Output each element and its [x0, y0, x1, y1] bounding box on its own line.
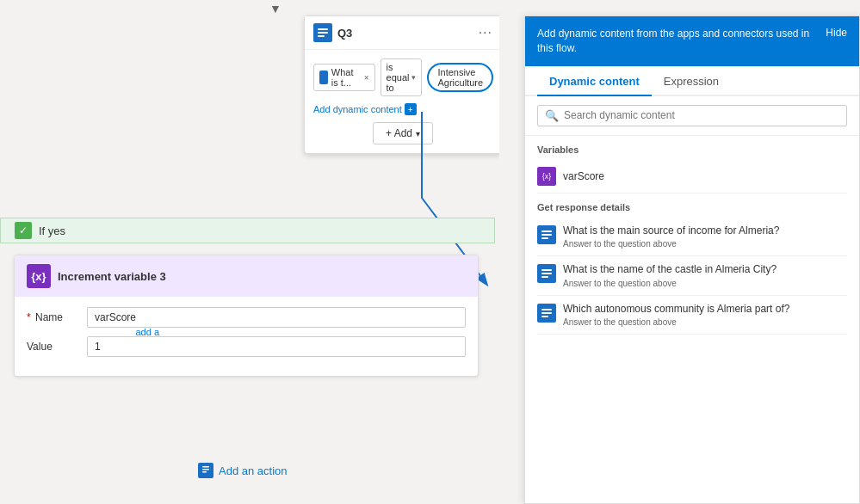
tab-expression[interactable]: Expression — [652, 66, 731, 95]
canvas-area: ▼ Q3 ··· What is t... — [0, 0, 499, 504]
q3-card-icon — [313, 23, 332, 42]
add-action-icon — [198, 463, 213, 478]
question-item-2-text: What is the name of the castle in Almeri… — [563, 263, 847, 288]
svg-rect-5 — [202, 469, 209, 470]
dynamic-content-panel: Add dynamic content from the apps and co… — [524, 15, 860, 504]
value-field-row: Value — [27, 336, 466, 357]
add-button-label: + Add — [386, 127, 412, 139]
operator-chevron-icon: ▾ — [411, 73, 416, 82]
chip-label: What is t... — [331, 67, 359, 88]
var-score-item[interactable]: {x} varScore — [537, 160, 847, 194]
q3-more-button[interactable]: ··· — [479, 25, 492, 40]
svg-rect-1 — [318, 32, 328, 34]
name-required-marker: * — [27, 311, 31, 323]
operator-label: is equal to — [387, 62, 410, 93]
increment-icon: {x} — [27, 264, 51, 288]
increment-title: Increment variable 3 — [58, 270, 166, 283]
question-item-1-subtitle: Answer to the question above — [563, 239, 847, 249]
svg-rect-7 — [541, 230, 552, 232]
condition-chip[interactable]: What is t... × — [313, 64, 375, 91]
question-item-2-title: What is the name of the castle in Almeri… — [563, 263, 847, 277]
question-item-1-text: What is the main source of income for Al… — [563, 224, 847, 249]
if-yes-check-icon: ✓ — [15, 222, 32, 239]
top-connector-arrow: ▼ — [267, 0, 284, 17]
increment-variable-card: {x} Increment variable 3 * Name Value — [14, 255, 479, 377]
q3-header-left: Q3 — [313, 23, 352, 42]
add-dynamic-plus-icon: + — [405, 103, 417, 115]
dynamic-panel-header: Add dynamic content from the apps and co… — [525, 16, 859, 66]
svg-rect-6 — [202, 471, 207, 473]
svg-rect-2 — [318, 35, 325, 37]
chip-icon — [319, 71, 328, 84]
var-score-icon: {x} — [537, 167, 556, 186]
get-response-section-label: Get response details — [537, 194, 847, 218]
q3-title: Q3 — [337, 27, 352, 40]
value-field-label: Value — [27, 341, 87, 353]
dynamic-tabs: Dynamic content Expression — [525, 66, 859, 96]
add-button[interactable]: + Add ▾ — [373, 122, 433, 144]
svg-rect-9 — [541, 237, 548, 239]
question-item-2-icon — [537, 264, 556, 283]
svg-rect-8 — [541, 234, 552, 236]
increment-header: {x} Increment variable 3 — [15, 255, 478, 297]
if-yes-block: ✓ If yes — [0, 218, 495, 243]
question-item-1-icon — [537, 225, 556, 244]
dynamic-panel-hide-button[interactable]: Hide — [826, 27, 847, 39]
add-dynamic-content-link[interactable]: Add dynamic content + — [313, 103, 492, 115]
svg-rect-15 — [541, 316, 548, 317]
svg-rect-0 — [318, 28, 328, 30]
svg-rect-14 — [541, 312, 552, 314]
question-item-3[interactable]: Which autonomous community is Almeria pa… — [537, 296, 847, 335]
name-field-input[interactable] — [87, 307, 466, 328]
value-field-input[interactable] — [87, 336, 466, 357]
name-field-row: * Name — [27, 307, 466, 328]
q3-body: What is t... × is equal to ▾ Intensive A… — [305, 50, 499, 153]
add-button-chevron-icon: ▾ — [416, 129, 420, 138]
question-item-3-subtitle: Answer to the question above — [563, 317, 847, 327]
dynamic-search-box: 🔍 — [537, 105, 847, 126]
variables-section-label: Variables — [537, 136, 847, 160]
add-action-label: Add an action — [219, 464, 288, 477]
search-icon: 🔍 — [545, 109, 559, 122]
question-item-2[interactable]: What is the name of the castle in Almeri… — [537, 256, 847, 296]
condition-value: Intensive Agriculture — [427, 63, 493, 92]
increment-body: * Name Value — [15, 297, 478, 376]
svg-rect-13 — [541, 309, 552, 310]
dynamic-search-input[interactable] — [564, 109, 839, 121]
add-a-edge-text[interactable]: add a — [135, 327, 159, 337]
question-item-3-icon — [537, 304, 556, 323]
q3-card: Q3 ··· What is t... × is equal to ▾ I — [304, 15, 499, 154]
add-action-button[interactable]: Add an action — [198, 463, 288, 478]
svg-rect-11 — [541, 273, 552, 274]
question-item-1-title: What is the main source of income for Al… — [563, 224, 847, 238]
q3-header: Q3 ··· — [305, 16, 499, 50]
tab-dynamic-content[interactable]: Dynamic content — [537, 66, 652, 96]
dynamic-search-wrap: 🔍 — [525, 96, 859, 136]
condition-row: What is t... × is equal to ▾ Intensive A… — [313, 58, 492, 96]
condition-operator[interactable]: is equal to ▾ — [381, 58, 423, 96]
question-item-3-title: Which autonomous community is Almeria pa… — [563, 303, 847, 317]
chip-close-button[interactable]: × — [364, 73, 369, 83]
dynamic-content-body: Variables {x} varScore Get response deta… — [525, 136, 859, 503]
name-field-label: * Name — [27, 311, 87, 323]
svg-rect-4 — [202, 466, 209, 468]
condition-value-text: Intensive Agriculture — [437, 67, 483, 88]
if-yes-label: If yes — [39, 224, 65, 237]
svg-rect-10 — [541, 269, 552, 271]
question-item-3-text: Which autonomous community is Almeria pa… — [563, 303, 847, 328]
var-score-name: varScore — [563, 170, 604, 182]
question-item-1[interactable]: What is the main source of income for Al… — [537, 218, 847, 257]
question-item-2-subtitle: Answer to the question above — [563, 279, 847, 288]
add-dynamic-label: Add dynamic content — [313, 104, 402, 114]
dynamic-panel-description: Add dynamic content from the apps and co… — [537, 27, 815, 56]
svg-rect-12 — [541, 276, 548, 278]
